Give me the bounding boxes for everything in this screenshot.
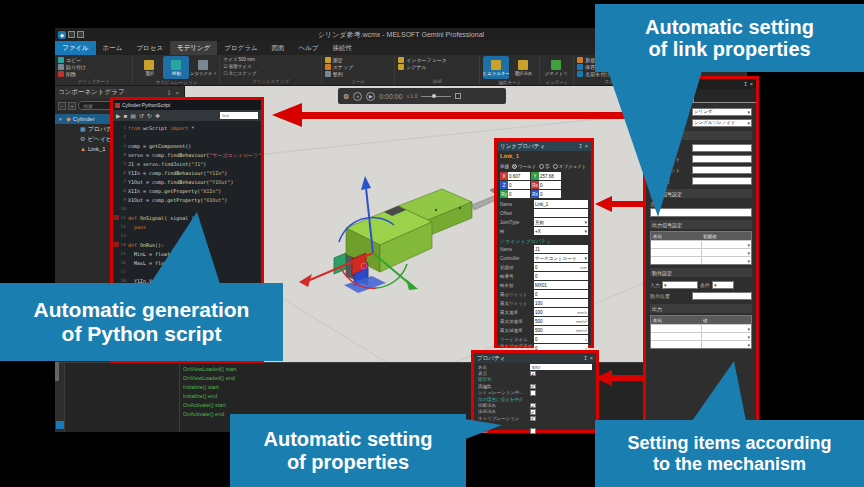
table-row[interactable] bbox=[651, 324, 751, 332]
ribbon-button[interactable]: スナップ bbox=[325, 63, 391, 70]
action-position-field[interactable] bbox=[692, 292, 752, 300]
ribbon-tab[interactable]: モデリング bbox=[170, 41, 217, 55]
editor-toolbar-icon[interactable]: ↻ bbox=[147, 113, 152, 119]
ribbon-tab[interactable]: 接続性 bbox=[326, 41, 360, 55]
reedit-checkbox[interactable] bbox=[530, 384, 536, 390]
name-field[interactable] bbox=[530, 364, 592, 370]
ribbon-button[interactable]: ヒエラルキー bbox=[483, 56, 509, 79]
connected-checkbox[interactable] bbox=[530, 409, 536, 415]
ribbon-button[interactable]: ☐ 常にスナップ bbox=[223, 70, 317, 77]
cylinder-model[interactable] bbox=[334, 184, 510, 293]
input-name-field[interactable] bbox=[650, 208, 752, 217]
pin-icon[interactable]: ↧ bbox=[578, 143, 583, 149]
field-value[interactable]: 0 bbox=[534, 290, 588, 298]
field-value[interactable]: Link_1 bbox=[534, 200, 588, 208]
table-row[interactable] bbox=[651, 248, 751, 256]
speed-slider[interactable] bbox=[421, 96, 451, 97]
axis-field-input[interactable] bbox=[692, 144, 752, 152]
field-value[interactable]: 0 mm bbox=[534, 263, 588, 271]
editor-toolbar-icon[interactable]: ✚ bbox=[155, 113, 160, 119]
play-button[interactable]: ▶ bbox=[366, 92, 375, 101]
ribbon-button[interactable]: インタラクティブ bbox=[190, 56, 216, 79]
find-input[interactable] bbox=[220, 112, 258, 119]
field-value[interactable]: 0 bbox=[534, 272, 588, 280]
ribbon-button[interactable]: サイズ 500 mm bbox=[223, 56, 317, 63]
coordinate-radio[interactable]: 親 bbox=[539, 164, 550, 169]
field-value[interactable]: 0 s bbox=[534, 335, 588, 343]
coordinate-value[interactable]: 0 bbox=[508, 181, 530, 189]
eco-checkbox[interactable] bbox=[530, 428, 536, 434]
save-icon[interactable] bbox=[68, 31, 75, 38]
ribbon-tab[interactable]: プロセス bbox=[129, 41, 170, 55]
slider-knob[interactable] bbox=[432, 94, 436, 98]
field-value[interactable] bbox=[534, 209, 588, 217]
tree-caret-icon[interactable]: ▾ bbox=[59, 116, 64, 122]
ribbon-tab[interactable]: ヘルプ bbox=[292, 41, 326, 55]
tab-settings[interactable]: 設定 bbox=[650, 90, 694, 102]
field-value[interactable]: 500 mm/s² bbox=[534, 326, 588, 334]
coordinate-radio[interactable]: オブジェクト bbox=[553, 164, 587, 169]
ribbon-button[interactable]: 選択済み bbox=[510, 56, 536, 79]
field-value[interactable]: 直動 bbox=[534, 218, 588, 226]
close-icon[interactable]: × bbox=[590, 355, 593, 361]
viewport-settings-icon[interactable] bbox=[455, 93, 461, 99]
close-icon[interactable]: × bbox=[173, 90, 181, 96]
ribbon-button[interactable]: ☑ 画面サイズ bbox=[223, 63, 317, 70]
pin-icon[interactable]: ↧ bbox=[164, 89, 173, 96]
expand-all-button[interactable]: + bbox=[68, 102, 76, 110]
field-value[interactable]: J1 bbox=[534, 245, 588, 253]
rewind-button[interactable]: « bbox=[353, 92, 362, 101]
calibration-checkbox[interactable] bbox=[530, 416, 536, 422]
axis-field-input[interactable] bbox=[692, 177, 752, 185]
console-left-pane[interactable] bbox=[65, 363, 180, 432]
simulating-checkbox[interactable] bbox=[530, 390, 536, 396]
show-checkbox[interactable] bbox=[530, 371, 536, 377]
pin-icon[interactable]: ↧ bbox=[583, 355, 588, 361]
pin-icon[interactable]: ↧ bbox=[743, 81, 748, 87]
field-value[interactable]: 100 mm/s bbox=[534, 308, 588, 316]
ribbon-button[interactable]: コピー bbox=[58, 56, 129, 63]
ribbon-button[interactable]: 移動 bbox=[163, 56, 189, 79]
mechanism-select[interactable]: シリンダ bbox=[692, 108, 752, 116]
action-input-select[interactable] bbox=[662, 281, 698, 289]
disconnected-checkbox[interactable] bbox=[530, 403, 536, 409]
close-icon[interactable]: × bbox=[750, 81, 753, 87]
field-value[interactable]: MX01 bbox=[534, 281, 588, 289]
editor-toolbar-icon[interactable]: ▤ bbox=[130, 113, 136, 119]
table-row[interactable] bbox=[651, 340, 751, 348]
ribbon-tab[interactable]: ホーム bbox=[96, 41, 130, 55]
save-as-icon[interactable] bbox=[77, 31, 84, 38]
axis-field-input[interactable] bbox=[692, 155, 752, 163]
editor-toolbar-icon[interactable]: ■ bbox=[124, 113, 128, 119]
coordinate-value[interactable]: 0.607 bbox=[508, 172, 530, 180]
coordinate-radio[interactable]: ワールド bbox=[512, 164, 536, 169]
table-row[interactable] bbox=[651, 256, 751, 264]
ribbon-button[interactable]: インターフェース bbox=[398, 56, 476, 63]
condition-select[interactable] bbox=[712, 281, 734, 289]
ribbon-button[interactable]: 選択 bbox=[136, 56, 162, 79]
close-icon[interactable]: × bbox=[585, 143, 588, 149]
coordinate-value[interactable]: 0 bbox=[508, 190, 530, 198]
ribbon-tab[interactable]: 図面 bbox=[265, 41, 292, 55]
ribbon-tab[interactable]: プログラム bbox=[217, 41, 264, 55]
editor-toolbar-icon[interactable]: ↺ bbox=[139, 113, 144, 119]
dock-icon[interactable] bbox=[57, 362, 59, 381]
table-row[interactable] bbox=[651, 240, 751, 248]
collapse-all-button[interactable]: − bbox=[58, 102, 66, 110]
field-value[interactable]: +X bbox=[534, 227, 588, 235]
editor-toolbar-icon[interactable]: ▶ bbox=[116, 113, 121, 119]
ribbon-button[interactable]: 削除 bbox=[58, 70, 129, 77]
field-value[interactable]: サーボコントローラ bbox=[534, 254, 588, 262]
ribbon-button[interactable]: シグナル bbox=[398, 63, 476, 70]
axis-field-input[interactable] bbox=[692, 166, 752, 174]
gear-icon[interactable]: ⚙ bbox=[343, 93, 349, 100]
coordinate-value[interactable]: 0 bbox=[539, 181, 561, 189]
control-select[interactable]: シングルソレノイド bbox=[692, 119, 752, 127]
ribbon-button[interactable]: 測定 bbox=[325, 56, 391, 63]
ribbon-button[interactable]: 整列 bbox=[325, 70, 391, 77]
table-row[interactable] bbox=[651, 332, 751, 340]
ribbon-tab[interactable]: ファイル bbox=[55, 41, 96, 55]
coordinate-value[interactable]: 257.68 bbox=[539, 172, 561, 180]
ribbon-button[interactable]: 貼り付け bbox=[58, 63, 129, 70]
field-value[interactable]: 100 bbox=[534, 299, 588, 307]
